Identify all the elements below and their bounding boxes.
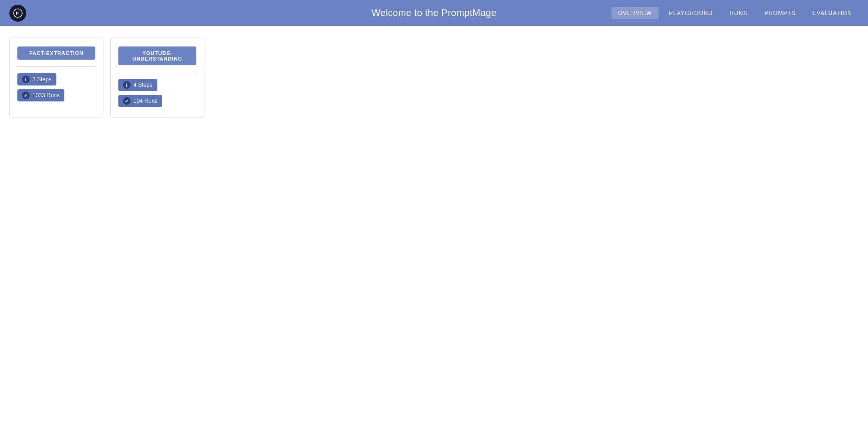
pipeline-card-youtube-understanding[interactable]: YOUTUBE-UNDERSTANDING ℹ 4 Steps ✔ 104 Ru…: [110, 38, 204, 117]
main-content: FACT-EXTRACTION ℹ 3 Steps ✔ 1033 Runs YO…: [0, 26, 868, 441]
steps-badge-fact-extraction: ℹ 3 Steps: [17, 73, 56, 85]
main-nav: OVERVIEW PLAYGROUND RUNS PROMPTS EVALUAT…: [612, 7, 859, 19]
nav-runs[interactable]: RUNS: [723, 7, 754, 19]
pipeline-card-fact-extraction[interactable]: FACT-EXTRACTION ℹ 3 Steps ✔ 1033 Runs: [9, 38, 103, 117]
runs-icon-2: ✔: [123, 97, 131, 105]
card-badges: ℹ 3 Steps ✔ 1033 Runs: [17, 73, 95, 101]
app-header: Welcome to the PromptMage OVERVIEW PLAYG…: [0, 0, 868, 26]
nav-playground[interactable]: PLAYGROUND: [662, 7, 719, 19]
pipeline-title-btn-fact-extraction[interactable]: FACT-EXTRACTION: [17, 46, 95, 60]
card-divider: [17, 66, 95, 67]
steps-icon: ℹ: [22, 76, 30, 83]
nav-evaluation[interactable]: EVALUATION: [806, 7, 859, 19]
runs-badge-fact-extraction: ✔ 1033 Runs: [17, 89, 64, 101]
logo[interactable]: [9, 5, 26, 22]
runs-label-fact-extraction: 1033 Runs: [32, 92, 60, 99]
runs-icon: ✔: [22, 92, 30, 99]
steps-icon-2: ℹ: [123, 81, 131, 89]
nav-prompts[interactable]: PROMPTS: [758, 7, 802, 19]
runs-badge-youtube-understanding: ✔ 104 Runs: [118, 95, 162, 107]
steps-label-fact-extraction: 3 Steps: [32, 76, 52, 83]
card-divider-2: [118, 72, 196, 72]
runs-label-youtube-understanding: 104 Runs: [133, 98, 157, 104]
svg-point-1: [17, 12, 19, 14]
app-title: Welcome to the PromptMage: [372, 8, 496, 18]
pipeline-title-btn-youtube-understanding[interactable]: YOUTUBE-UNDERSTANDING: [118, 46, 196, 65]
nav-overview[interactable]: OVERVIEW: [612, 7, 659, 19]
steps-label-youtube-understanding: 4 Steps: [133, 82, 153, 88]
steps-badge-youtube-understanding: ℹ 4 Steps: [118, 79, 157, 91]
card-badges-2: ℹ 4 Steps ✔ 104 Runs: [118, 79, 196, 107]
